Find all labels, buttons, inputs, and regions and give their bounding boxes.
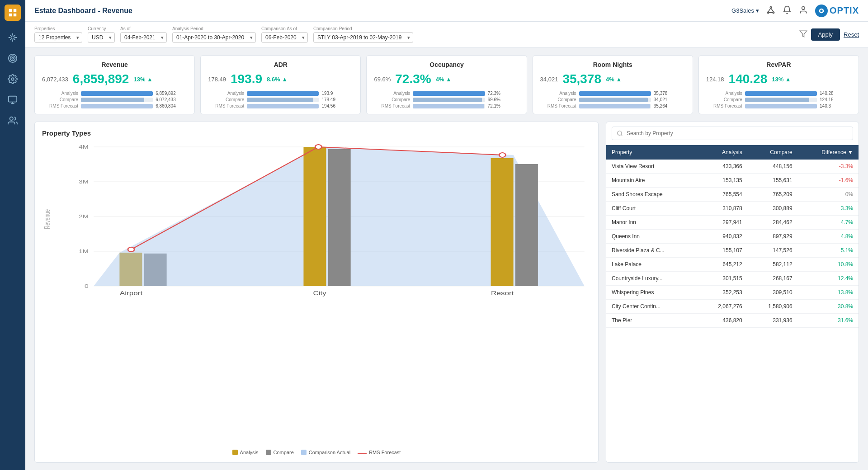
filter-icon[interactable]	[799, 30, 807, 39]
col-compare: Compare	[748, 145, 798, 160]
svg-point-4	[11, 36, 14, 39]
kpi-bar-label: Compare	[42, 97, 78, 102]
table-row[interactable]: Lake Palace 645,212 582,112 10.8%	[606, 258, 859, 272]
kpi-bar-label: RMS Forecast	[208, 103, 244, 108]
svg-text:0: 0	[85, 283, 89, 289]
property-name: Manor Inn	[606, 216, 698, 230]
kpi-bar-val: 35,378	[654, 91, 685, 96]
svg-text:City: City	[313, 290, 326, 296]
as-of-filter: As of 04-Feb-2021	[120, 26, 167, 43]
table-row[interactable]: Vista View Resort 433,366 448,156 -3.3%	[606, 160, 859, 174]
header-right: G3Sales ▾ OPTIX	[731, 5, 859, 17]
table-row[interactable]: Manor Inn 297,941 284,462 4.7%	[606, 216, 859, 230]
as-of-select[interactable]: 04-Feb-2021	[120, 32, 167, 43]
property-name: Queens Inn	[606, 230, 698, 244]
property-table: Property Analysis Compare Difference ▼ V…	[606, 145, 859, 328]
legend-rms-forecast-line	[358, 453, 367, 454]
user-menu[interactable]: G3Sales ▾	[731, 7, 759, 14]
kpi-bar-row: Analysis 35,378	[540, 91, 685, 96]
property-name: Lake Palace	[606, 258, 698, 272]
analysis-val: 433,366	[698, 160, 748, 174]
kpi-bar-row: Compare 6,072,433	[42, 97, 187, 102]
property-name: Vista View Resort	[606, 160, 698, 174]
svg-line-17	[771, 8, 774, 12]
chart-area: 4M 3M 2M 1M 0 Revenue	[42, 142, 591, 445]
diff-val: 30.8%	[798, 300, 859, 314]
currency-filter: Currency USD	[88, 26, 115, 43]
kpi-bar-row: RMS Forecast 72.1%	[374, 103, 519, 108]
kpi-bar-track	[81, 104, 153, 108]
table-row[interactable]: Cliff Court 310,878 300,889 3.3%	[606, 202, 859, 216]
svg-point-12	[10, 117, 13, 120]
target-icon[interactable]	[4, 50, 21, 67]
kpi-bar-val: 178.49	[321, 97, 353, 102]
comparison-as-of-select-wrap: 06-Feb-2020	[261, 32, 308, 43]
kpi-main: 124.18 140.28 13% ▲	[706, 72, 851, 86]
kpi-big-val: 193.9	[231, 72, 262, 86]
resort-analysis-bar	[491, 158, 514, 286]
kpi-bar-val: 72.1%	[488, 103, 519, 108]
kpi-bar-row: Analysis 72.3%	[374, 91, 519, 96]
kpi-bar-val: 72.3%	[488, 91, 519, 96]
apply-button[interactable]: Apply	[811, 28, 840, 41]
forecast-dot-airport	[128, 247, 134, 252]
table-scroll[interactable]: Property Analysis Compare Difference ▼ V…	[606, 145, 859, 462]
property-search-input[interactable]	[612, 127, 853, 140]
currency-label: Currency	[88, 26, 115, 31]
kpi-bar-track	[745, 98, 817, 102]
monitor-icon[interactable]	[4, 91, 21, 108]
compare-val: 309,510	[748, 286, 798, 300]
users-icon[interactable]	[4, 112, 21, 129]
analysis-period-filter: Analysis Period 01-Apr-2020 to 30-Apr-20…	[172, 26, 256, 43]
properties-select-wrap: 12 Properties	[34, 32, 82, 43]
analysis-period-label: Analysis Period	[172, 26, 256, 31]
compare-val: 284,462	[748, 216, 798, 230]
kpi-change: 4% ▲	[606, 76, 622, 83]
comparison-period-select[interactable]: STLY 03-Apr-2019 to 02-May-2019	[313, 32, 413, 43]
kpi-bar-fill	[413, 98, 482, 102]
col-property: Property	[606, 145, 698, 160]
table-row[interactable]: Queens Inn 940,832 897,929 4.8%	[606, 230, 859, 244]
avatar[interactable]	[799, 5, 808, 16]
currency-select[interactable]: USD	[88, 32, 115, 43]
compare-val: 155,631	[748, 174, 798, 188]
forecast-dot-city	[315, 145, 321, 149]
property-types-chart: 4M 3M 2M 1M 0 Revenue	[42, 142, 591, 314]
kpi-bar-label: Compare	[374, 97, 410, 102]
kpi-bar-track	[413, 91, 485, 96]
settings-icon[interactable]	[4, 70, 21, 88]
analysis-period-select[interactable]: 01-Apr-2020 to 30-Apr-2020	[172, 32, 256, 43]
table-row[interactable]: Sand Shores Escape 765,554 765,209 0%	[606, 188, 859, 202]
kpi-bar-row: Analysis 140.28	[706, 91, 851, 96]
svg-rect-9	[9, 96, 17, 102]
legend-compare: Compare	[266, 450, 294, 455]
table-row[interactable]: The Pier 436,820 331,936 31.6%	[606, 314, 859, 328]
sidebar-logo[interactable]	[5, 5, 21, 21]
comparison-as-of-select[interactable]: 06-Feb-2020	[261, 32, 308, 43]
table-row[interactable]: Riverside Plaza & C... 155,107 147,526 5…	[606, 244, 859, 258]
analysis-val: 436,820	[698, 314, 748, 328]
col-difference[interactable]: Difference ▼	[798, 145, 859, 160]
table-row[interactable]: Whispering Pines 352,253 309,510 13.8%	[606, 286, 859, 300]
analysis-val: 155,107	[698, 244, 748, 258]
kpi-bars: Analysis 140.28 Compare 124.18 RMS Forec	[706, 91, 851, 108]
user-dropdown-icon: ▾	[756, 7, 759, 14]
network-icon[interactable]	[766, 5, 775, 16]
compare-val: 331,936	[748, 314, 798, 328]
table-row[interactable]: City Center Contin... 2,067,276 1,580,90…	[606, 300, 859, 314]
kpi-bar-fill	[745, 91, 817, 96]
resort-compare-bar	[515, 164, 538, 286]
bell-icon[interactable]	[783, 5, 792, 16]
city-analysis-bar	[303, 147, 326, 286]
table-row[interactable]: Countryside Luxury... 301,515 268,167 12…	[606, 272, 859, 286]
reset-button[interactable]: Reset	[844, 31, 859, 38]
kpi-bar-fill	[247, 104, 319, 108]
antenna-icon[interactable]	[4, 29, 21, 46]
table-row[interactable]: Mountain Aire 153,135 155,631 -1.6%	[606, 174, 859, 188]
diff-val: 13.8%	[798, 286, 859, 300]
kpi-bar-label: Analysis	[540, 91, 576, 96]
properties-select[interactable]: 12 Properties	[34, 32, 82, 43]
svg-point-19	[802, 7, 805, 10]
kpi-bar-track	[413, 104, 485, 108]
chart-title: Property Types	[42, 129, 591, 137]
